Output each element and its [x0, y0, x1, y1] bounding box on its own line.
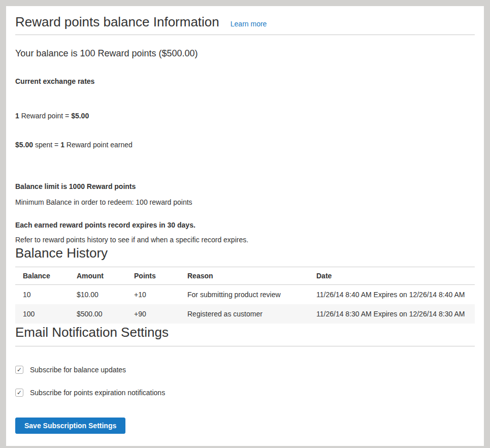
balance-history-table: Balance Amount Points Reason Date 10 $10… [15, 267, 475, 324]
cell-date: 11/26/14 8:40 AM Expires on 12/26/14 8:4… [309, 285, 475, 305]
balance-limit-text: Balance limit is 1000 Reward points [15, 182, 475, 191]
points-expiration-checkbox[interactable]: ✓ [15, 389, 23, 397]
table-row: 100 $500.00 +90 Registered as customer 1… [15, 304, 475, 324]
exchange-rate-line-currency-to-points: $5.00 spent = 1 Reward point earned [15, 140, 475, 150]
check-icon: ✓ [17, 390, 22, 396]
learn-more-link[interactable]: Learn more [231, 20, 267, 28]
cell-date: 11/26/14 8:30 AM Expires on 12/26/14 8:3… [309, 304, 475, 324]
column-header-reason: Reason [180, 267, 309, 285]
balance-updates-checkbox[interactable]: ✓ [15, 366, 23, 374]
check-icon: ✓ [17, 367, 22, 373]
balance-history-title: Balance History [15, 244, 475, 262]
expiration-policy-text: Each earned reward points record expires… [15, 221, 475, 230]
balance-updates-option[interactable]: ✓ Subscribe for balance updates [15, 366, 475, 374]
table-header: Balance Amount Points Reason Date [15, 267, 475, 285]
page-title: Reward points balance Information [15, 13, 219, 30]
cell-reason: Registered as customer [180, 304, 309, 324]
cell-points: +10 [126, 285, 180, 305]
balance-summary: Your balance is 100 Reward points ($500.… [15, 48, 475, 59]
minimum-balance-text: Minimum Balance in order to redeem: 100 … [15, 198, 475, 207]
column-header-balance: Balance [15, 267, 69, 285]
table-row: 10 $10.00 +10 For submitting product rev… [15, 285, 475, 305]
exchange-currency-value: $5.00 [71, 112, 89, 120]
exchange-line2-suffix: Reward point earned [64, 141, 133, 149]
exchange-earned-value: 1 [60, 141, 64, 149]
points-expiration-option[interactable]: ✓ Subscribe for points expiration notifi… [15, 389, 475, 397]
table-header-row: Balance Amount Points Reason Date [15, 267, 475, 285]
balance-updates-label[interactable]: Subscribe for balance updates [30, 366, 126, 374]
points-expiration-label[interactable]: Subscribe for points expiration notifica… [30, 389, 165, 397]
column-header-date: Date [309, 267, 475, 285]
column-header-amount: Amount [69, 267, 126, 285]
cell-points: +90 [126, 304, 180, 324]
save-subscription-button[interactable]: Save Subscription Settings [15, 418, 125, 434]
column-header-points: Points [126, 267, 180, 285]
page-header: Reward points balance Information Learn … [15, 13, 475, 35]
expiration-note-text: Refer to reward points history to see if… [15, 236, 475, 244]
table-body: 10 $10.00 +10 For submitting product rev… [15, 285, 475, 324]
exchange-rates: 1 Reward point = $5.00 $5.00 spent = 1 R… [15, 92, 475, 169]
exchange-rate-line-points-to-currency: 1 Reward point = $5.00 [15, 111, 475, 121]
cell-amount: $500.00 [69, 304, 126, 324]
cell-amount: $10.00 [69, 285, 126, 305]
cell-reason: For submitting product review [180, 285, 309, 305]
exchange-line1-text: Reward point = [19, 112, 71, 120]
exchange-line2-text: spent = [33, 141, 60, 149]
reward-points-panel: Reward points balance Information Learn … [6, 6, 484, 446]
exchange-points-value: 1 [15, 112, 19, 120]
email-settings-title: Email Notification Settings [15, 324, 475, 346]
cell-balance: 100 [15, 304, 69, 324]
cell-balance: 10 [15, 285, 69, 305]
exchange-rates-heading: Current exchange rates [15, 77, 475, 86]
page-background: Reward points balance Information Learn … [0, 0, 490, 448]
exchange-spent-value: $5.00 [15, 141, 33, 149]
